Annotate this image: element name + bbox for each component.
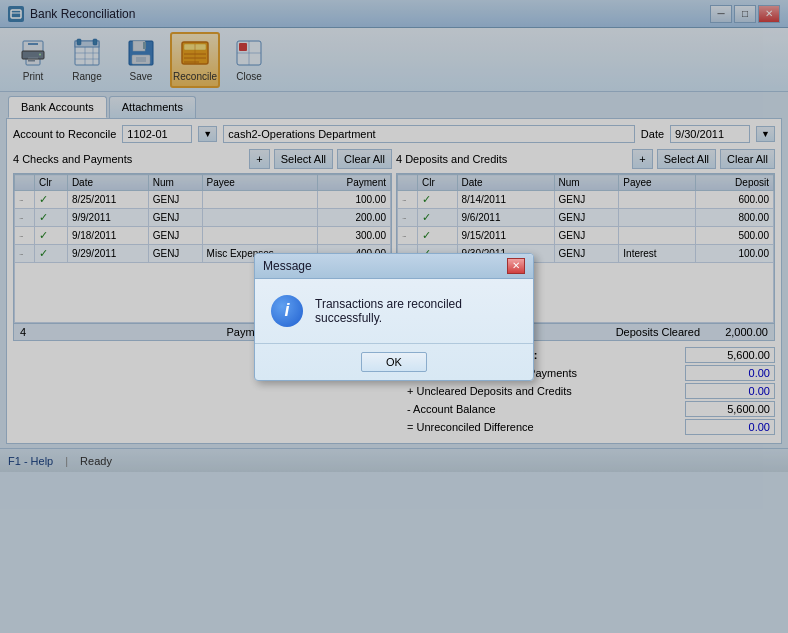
modal-dialog: Message ✕ i Transactions are reconciled … xyxy=(254,253,534,381)
modal-overlay[interactable]: Message ✕ i Transactions are reconciled … xyxy=(0,0,788,633)
modal-info-icon: i xyxy=(271,295,303,327)
modal-message: Transactions are reconciled successfully… xyxy=(315,297,517,325)
modal-title: Message xyxy=(263,259,312,273)
modal-ok-button[interactable]: OK xyxy=(361,352,427,372)
modal-body: i Transactions are reconciled successful… xyxy=(255,279,533,343)
modal-footer: OK xyxy=(255,343,533,380)
modal-title-bar: Message ✕ xyxy=(255,254,533,279)
modal-close-button[interactable]: ✕ xyxy=(507,258,525,274)
